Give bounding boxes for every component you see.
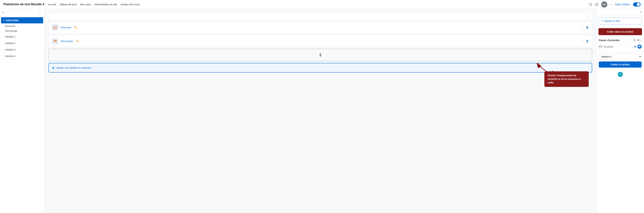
basket-item-annonces: 💬 Annonces → ↑ 🗑 (599, 44, 642, 50)
paste-tooltip-text: Choisir l'emplacement de l'activité ou d… (548, 74, 581, 84)
content-area: ⋮ Annonces ✏️ ⋮ 🗑 (44, 9, 596, 213)
basket-annonces-paste-button[interactable] (638, 44, 642, 49)
user-avatar[interactable]: MG (601, 1, 607, 8)
sidebar-close-button[interactable]: × (2, 11, 4, 14)
test-groupe-basket-button[interactable]: 🗑 (586, 40, 589, 43)
notifications-button[interactable] (595, 3, 598, 6)
sidebar-header: × ⋮ (0, 9, 44, 17)
sidebar-item-generalites[interactable]: ▾ Généralités (1, 17, 43, 24)
sidebar-menu-button[interactable]: ⋮ (38, 11, 42, 15)
svg-rect-2 (54, 26, 57, 29)
nav-tableau-de-bord[interactable]: Tableau de bord (59, 3, 76, 6)
sidebar-sub-test-groupe[interactable]: Test groupe (0, 28, 44, 33)
sidebar-section3-label: Section 3 (6, 48, 15, 51)
drop-zone-arrow-icon: ⬇ (318, 52, 322, 58)
svg-point-3 (54, 40, 55, 41)
search-button[interactable] (589, 3, 592, 6)
basket-collapse-icon[interactable]: › (641, 39, 642, 42)
sidebar-sub-annonces[interactable]: Annonces (0, 24, 44, 28)
basket-annonces-actions: → ↑ 🗑 (628, 44, 642, 49)
add-activity-label: Ajouter une activité ou ressource (56, 66, 91, 69)
sidebar-item-section3[interactable]: › Section 3 (1, 46, 43, 53)
sidebar-item-section4[interactable]: › Section 4 (1, 53, 43, 59)
add-activity-section: ⊕ Ajouter une activité ou ressource (48, 63, 592, 72)
basket-annonces-delete-button[interactable]: 🗑 (634, 45, 636, 48)
paste-banner-label: Coller dans la section (607, 30, 634, 33)
nav-accueil[interactable]: Accueil (48, 3, 56, 6)
basket-annonces-up-button[interactable]: ↑ (632, 45, 633, 48)
add-activity-button[interactable]: ⊕ Ajouter une activité ou ressource (48, 63, 592, 72)
basket-move-icon[interactable]: ✛ (634, 38, 636, 42)
basket-annonces-icon: 💬 (599, 45, 602, 48)
edit-mode-label: Mode d'édition (615, 3, 630, 6)
paste-section-banner[interactable]: Coller dans la section (598, 28, 642, 35)
basket-annonces-name: Annonces (604, 46, 627, 48)
drop-zone[interactable]: ⬇ (48, 49, 592, 61)
basket-title-row: Panier d'activités ✛ ⚙ › (599, 38, 642, 42)
annonces-icon (52, 24, 58, 31)
svg-line-1 (591, 5, 592, 6)
annonces-actions: ⋮ 🗑 (582, 26, 589, 29)
sidebar-item-section2[interactable]: › Section 2 (1, 40, 43, 46)
basket-annonces-move-button[interactable]: → (628, 45, 631, 48)
activity-card-test-groupe: Test groupe ✏️ ⋮ 🗑 (48, 35, 592, 47)
sidebar-section4-label: Section 4 (6, 55, 15, 58)
sidebar-generalites-label: Généralités (6, 19, 19, 22)
nav-links: Accueil Tableau de bord Mes cours Admini… (48, 3, 140, 6)
basket-gear-icon[interactable]: ⚙ (637, 38, 640, 42)
chevron-right-icon-2: › (4, 42, 4, 44)
brand-name: Plateforme de test Moodle 4 (4, 2, 44, 6)
add-block-button[interactable]: + Ajouter un bloc (598, 18, 642, 24)
test-groupe-actions: ⋮ 🗑 (582, 40, 589, 43)
add-circle-icon: ⊕ (52, 66, 55, 70)
add-block-label: Ajouter un bloc (604, 20, 620, 22)
main-layout: × ⋮ ▾ Généralités Annonces Test groupe ›… (0, 9, 644, 213)
annonces-basket-button[interactable]: 🗑 (586, 26, 589, 29)
chevron-right-icon-4: › (4, 55, 4, 57)
sidebar: × ⋮ ▾ Généralités Annonces Test groupe ›… (0, 9, 44, 213)
basket-title: Panier d'activités (599, 39, 620, 42)
nav-mes-cours[interactable]: Mes cours (80, 3, 91, 6)
right-panel-header: × (596, 9, 644, 16)
svg-point-4 (56, 40, 56, 41)
section-menu-button[interactable]: ⋮ (586, 14, 590, 18)
test-groupe-more-button[interactable]: ⋮ (582, 40, 584, 43)
chevron-right-icon-3: › (4, 48, 4, 51)
nav-admin[interactable]: Administration du site (94, 3, 117, 6)
topnav-right-controls: MG Mode d'édition (589, 1, 640, 8)
section-select-dropdown[interactable]: Section 0 Section 1 Section 2 Section 3 … (599, 54, 642, 60)
chevron-right-icon: › (4, 36, 4, 38)
paste-tooltip-bubble: Choisir l'emplacement de l'activité ou d… (544, 71, 589, 87)
avatar-chevron-icon (610, 4, 612, 6)
svg-point-0 (590, 3, 592, 5)
top-collapsed-section: ⋮ (48, 12, 592, 20)
copy-section-button[interactable]: Copier la section (599, 62, 642, 68)
sidebar-section1-label: Section 1 (6, 35, 15, 38)
annonces-more-button[interactable]: ⋮ (582, 26, 584, 29)
right-panel-close-button[interactable]: × (640, 10, 642, 14)
top-navigation: Plateforme de test Moodle 4 Accueil Tabl… (0, 0, 644, 9)
annonces-edit-icon[interactable]: ✏️ (74, 26, 77, 29)
chevron-down-icon: ▾ (4, 19, 4, 22)
help-button[interactable]: ? (618, 72, 623, 77)
edit-mode-toggle[interactable] (633, 2, 640, 6)
section-selector: Section 0 Section 1 Section 2 Section 3 … (596, 52, 644, 70)
activity-card-annonces: Annonces ✏️ ⋮ 🗑 (48, 22, 592, 34)
test-groupe-icon (52, 38, 58, 44)
sidebar-item-section1[interactable]: › Section 1 (1, 34, 43, 40)
basket-section: Panier d'activités ✛ ⚙ › 💬 Annonces → ↑ … (596, 37, 644, 52)
annonces-link[interactable]: Annonces (60, 26, 71, 29)
add-block-plus-icon: + (601, 20, 603, 22)
nav-gestion-cours[interactable]: Gestion des cours (120, 3, 140, 6)
basket-controls: ✛ ⚙ › (634, 38, 642, 42)
sidebar-section2-label: Section 2 (6, 42, 15, 44)
test-groupe-edit-icon[interactable]: ✏️ (76, 40, 79, 42)
right-panel: × + Ajouter un bloc Coller dans la secti… (596, 9, 644, 213)
test-groupe-link[interactable]: Test groupe (60, 40, 73, 42)
